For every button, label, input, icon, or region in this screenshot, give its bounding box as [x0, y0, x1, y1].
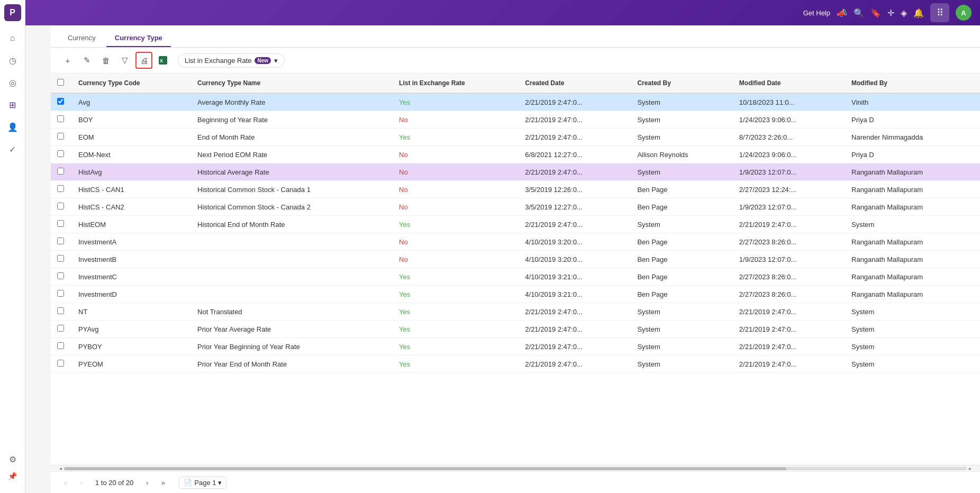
row-checkbox-cell[interactable] — [51, 251, 72, 268]
row-checkbox-cell[interactable] — [51, 93, 72, 111]
globe-icon[interactable]: ◎ — [3, 73, 22, 92]
row-checkbox[interactable] — [57, 238, 64, 244]
tab-currency-type[interactable]: Currency Type — [106, 30, 171, 47]
grid-icon[interactable]: ⊞ — [3, 95, 22, 114]
row-checkbox[interactable] — [57, 220, 64, 227]
row-modified-date: 2/21/2019 2:47:0... — [733, 338, 845, 355]
row-checkbox-cell[interactable] — [51, 111, 72, 129]
tab-currency[interactable]: Currency — [59, 30, 104, 47]
user-avatar[interactable]: A — [956, 5, 972, 21]
scrollbar-track[interactable] — [64, 467, 967, 470]
user-icon[interactable]: 👤 — [3, 117, 22, 136]
header-modified-by: Modified By — [845, 74, 980, 93]
cube-icon[interactable]: ◈ — [901, 8, 907, 18]
main-content: Currency Currency Type + ✎ 🗑 ▽ 🖨 X List … — [51, 25, 980, 493]
pin-icon[interactable]: 📌 — [8, 472, 17, 487]
row-checkbox-cell[interactable] — [51, 216, 72, 233]
row-checkbox[interactable] — [57, 203, 64, 209]
row-checkbox[interactable] — [57, 342, 64, 349]
row-modified-by: System — [845, 216, 980, 233]
row-checkbox-cell[interactable] — [51, 321, 72, 338]
settings-icon[interactable]: ⚙ — [3, 450, 22, 469]
table-row[interactable]: EOM End of Month Rate Yes 2/21/2019 2:47… — [51, 129, 980, 146]
row-checkbox-cell[interactable] — [51, 129, 72, 146]
bookmark-icon[interactable]: 🔖 — [870, 8, 881, 18]
table-row[interactable]: HistCS - CAN1 Historical Common Stock - … — [51, 181, 980, 198]
search-icon[interactable]: 🔍 — [854, 8, 864, 18]
row-checkbox[interactable] — [57, 360, 64, 367]
row-checkbox-cell[interactable] — [51, 181, 72, 198]
horizontal-scrollbar[interactable]: ◂ ▸ — [51, 465, 980, 471]
row-checkbox-cell[interactable] — [51, 198, 72, 216]
row-checkbox[interactable] — [57, 272, 64, 279]
table-row[interactable]: InvestmentD Yes 4/10/2019 3:21:0... Ben … — [51, 286, 980, 303]
bell-icon[interactable]: 🔔 — [913, 8, 924, 18]
clock-icon[interactable]: ◷ — [3, 51, 22, 70]
print-button[interactable]: 🖨 — [135, 52, 152, 69]
scroll-right-icon[interactable]: ▸ — [967, 465, 974, 471]
row-name: Historical End of Month Rate — [191, 216, 393, 233]
first-page-button[interactable]: « — [59, 476, 72, 489]
page-selector[interactable]: 📄 Page 1 ▾ — [179, 477, 226, 489]
row-checkbox[interactable] — [57, 133, 64, 140]
tab-bar: Currency Currency Type — [51, 25, 980, 48]
row-checkbox[interactable] — [57, 307, 64, 314]
row-checkbox[interactable] — [57, 290, 64, 297]
row-checkbox[interactable] — [57, 150, 64, 157]
list-exchange-rate-action[interactable]: List in Exchange Rate New ▾ — [178, 53, 285, 68]
table-row[interactable]: BOY Beginning of Year Rate No 2/21/2019 … — [51, 111, 980, 129]
select-all-checkbox[interactable] — [57, 79, 64, 86]
home-icon[interactable]: ⌂ — [3, 29, 22, 48]
row-checkbox-cell[interactable] — [51, 146, 72, 163]
row-code: PYAvg — [72, 321, 191, 338]
row-name: Average Monthly Rate — [191, 93, 393, 111]
row-modified-by: System — [845, 338, 980, 355]
row-checkbox-cell[interactable] — [51, 268, 72, 286]
row-code: HistCS - CAN1 — [72, 181, 191, 198]
excel-button[interactable]: X — [155, 52, 171, 69]
apps-grid-icon[interactable]: ⠿ — [930, 3, 949, 22]
row-checkbox-cell[interactable] — [51, 303, 72, 321]
table-row[interactable]: PYAvg Prior Year Average Rate Yes 2/21/2… — [51, 321, 980, 338]
app-logo[interactable]: P — [4, 4, 21, 21]
prev-page-button[interactable]: ‹ — [75, 476, 88, 489]
row-checkbox[interactable] — [57, 325, 64, 332]
row-checkbox[interactable] — [57, 168, 64, 175]
row-checkbox-cell[interactable] — [51, 286, 72, 303]
add-button[interactable]: + — [59, 52, 76, 69]
scrollbar-thumb[interactable] — [64, 467, 786, 470]
table-row[interactable]: HistAvg Historical Average Rate No 2/21/… — [51, 163, 980, 181]
delete-button[interactable]: 🗑 — [97, 52, 114, 69]
scroll-left-icon[interactable]: ◂ — [57, 465, 64, 471]
table-row[interactable]: HistEOM Historical End of Month Rate Yes… — [51, 216, 980, 233]
row-checkbox-cell[interactable] — [51, 163, 72, 181]
row-name — [191, 268, 393, 286]
row-checkbox[interactable] — [57, 185, 64, 192]
table-row[interactable]: EOM-Next Next Period EOM Rate No 6/8/202… — [51, 146, 980, 163]
header-checkbox[interactable] — [51, 74, 72, 93]
table-row[interactable]: Avg Average Monthly Rate Yes 2/21/2019 2… — [51, 93, 980, 111]
crosshair-icon[interactable]: ✛ — [887, 8, 894, 18]
table-row[interactable]: NT Not Translated Yes 2/21/2019 2:47:0..… — [51, 303, 980, 321]
row-checkbox[interactable] — [57, 255, 64, 262]
filter-button[interactable]: ▽ — [116, 52, 133, 69]
row-modified-by: Vinith — [845, 93, 980, 111]
table-row[interactable]: InvestmentB No 4/10/2019 3:20:0... Ben P… — [51, 251, 980, 268]
row-checkbox-cell[interactable] — [51, 233, 72, 251]
table-row[interactable]: HistCS - CAN2 Historical Common Stock - … — [51, 198, 980, 216]
row-checkbox[interactable] — [57, 115, 64, 122]
megaphone-icon[interactable]: 📣 — [837, 8, 847, 18]
table-row[interactable]: PYBOY Prior Year Beginning of Year Rate … — [51, 338, 980, 355]
check-icon[interactable]: ✓ — [3, 140, 22, 159]
table-row[interactable]: InvestmentA No 4/10/2019 3:20:0... Ben P… — [51, 233, 980, 251]
edit-button[interactable]: ✎ — [78, 52, 95, 69]
row-checkbox-cell[interactable] — [51, 355, 72, 373]
table-row[interactable]: InvestmentC Yes 4/10/2019 3:21:0... Ben … — [51, 268, 980, 286]
table-row[interactable]: PYEOM Prior Year End of Month Rate Yes 2… — [51, 355, 980, 373]
row-checkbox[interactable] — [57, 98, 64, 105]
next-page-button[interactable]: › — [141, 476, 153, 489]
get-help-button[interactable]: Get Help — [803, 9, 830, 17]
row-checkbox-cell[interactable] — [51, 338, 72, 355]
last-page-button[interactable]: » — [157, 476, 169, 489]
row-modified-date: 2/27/2023 8:26:0... — [733, 268, 845, 286]
